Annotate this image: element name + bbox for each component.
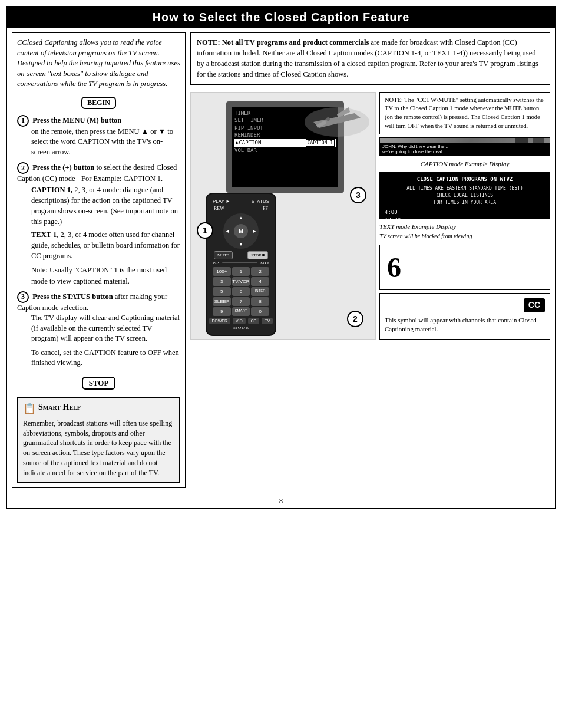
text-mode-sub3: FOR TIMES IN YOUR AREA	[385, 199, 545, 206]
stop-btn[interactable]: STOP ■	[247, 251, 268, 259]
remote-rew-ff-row: REW FF	[210, 206, 272, 211]
step-2: 2 Press the (+) button to select the des…	[17, 162, 180, 286]
btn-100plus[interactable]: 100+	[213, 267, 231, 276]
btn-2[interactable]: 2	[251, 267, 269, 276]
smart-help-icon: 📋	[23, 401, 36, 416]
nav-left-arrow: ◄	[225, 228, 230, 233]
remote-rew: REW	[214, 206, 224, 211]
step-2-title: Press the (+) button	[32, 163, 94, 172]
text-mode-panel: CLOSE CAPTION PROGRAMS ON WTVZ ALL TIMES…	[379, 172, 550, 219]
site-label: SITE	[260, 261, 269, 265]
step-1: 1 Press the MENU (M) button on the remot…	[17, 115, 180, 158]
number-grid: 100+ 1 2 3 TV/VCR 4 5 6 INTER SLEEP 7 8	[213, 267, 269, 316]
num-six: 6	[387, 251, 401, 284]
step-1-content: on the remote, then press the MENU ▲ or …	[31, 127, 180, 158]
text-mode-sub-label: TV screen will be blocked from viewing	[379, 233, 550, 239]
step-overlay-3: 3	[350, 187, 366, 203]
intro-body: Closed Captioning allows you to read the…	[17, 38, 180, 88]
note-bold: NOTE: Not all TV programs and product co…	[197, 38, 369, 47]
btn-1[interactable]: 1	[232, 267, 250, 276]
svg-point-1	[326, 117, 330, 121]
mute-stop-row: MUTE STOP ■	[210, 251, 272, 259]
page-container: How to Select the Closed Caption Feature…	[6, 6, 556, 509]
remote-ff: FF	[263, 206, 268, 211]
pip-indicator	[222, 262, 257, 263]
remote-nav-circle[interactable]: ▲ ▼ ◄ ► M	[223, 213, 259, 249]
mute-btn[interactable]: MUTE	[214, 251, 233, 259]
smart-help-box: 📋 Smart Help Remember, broadcast station…	[17, 397, 180, 483]
btn-cb[interactable]: CB	[248, 318, 260, 324]
remote-status-label: STATUS	[252, 199, 269, 204]
photo-caption-bar: JOHN: Why did they wear the... we're goi…	[380, 143, 550, 156]
begin-badge: BEGIN	[81, 97, 116, 109]
btn-9[interactable]: 9	[213, 307, 231, 316]
top-note-box: NOTE: Not all TV programs and product co…	[190, 32, 550, 85]
btn-sleep[interactable]: SLEEP	[213, 297, 231, 306]
nav-right-arrow: ►	[252, 228, 257, 233]
btn-6[interactable]: 6	[232, 287, 250, 296]
header-title: How to Select the Closed Caption Feature	[153, 11, 410, 24]
page-header: How to Select the Closed Caption Feature	[7, 7, 555, 28]
nav-down-arrow: ▼	[239, 242, 243, 247]
bottom-mode-row: POWER VID CB TV	[210, 318, 272, 324]
step-3: 3 Press the STATUS button after making y…	[17, 291, 180, 368]
step-2-circle: 2	[17, 162, 29, 174]
step-overlay-1: 1	[197, 222, 213, 239]
remote-play-status-row: PLAY ► STATUS	[210, 199, 272, 204]
menu-item-volbar: VOL BAR	[234, 147, 336, 154]
mode-label: M O D E	[210, 325, 272, 330]
right-column: NOTE: Not all TV programs and product co…	[190, 32, 550, 488]
pip-row: PIP SITE	[210, 261, 272, 265]
main-content: CClosed Captioning allows you to read th…	[7, 28, 555, 493]
caption-mode-example-label: CAPTION mode Example Display	[379, 160, 550, 167]
middle-section: TIMER SET TIMER PIP INPUT REMINDER ▶CAPT…	[190, 92, 550, 340]
btn-tv[interactable]: TV	[262, 318, 273, 324]
remote-control: PLAY ► STATUS REW FF ▲ ▼ ◄ ►	[206, 193, 276, 336]
airplane-svg	[302, 95, 372, 143]
remote-play-label: PLAY ►	[213, 199, 230, 204]
right-panels: NOTE: The "CC1 W/MUTE" setting automatic…	[379, 92, 550, 340]
step-3-circle: 3	[17, 291, 29, 303]
btn-8[interactable]: 8	[251, 297, 269, 306]
num-six-panel: 6	[379, 245, 550, 290]
btn-tvvcr[interactable]: TV/VCR	[232, 277, 250, 286]
btn-5[interactable]: 5	[213, 287, 231, 296]
smart-help-text: Remember, broadcast stations will often …	[23, 419, 174, 478]
btn-4[interactable]: 4	[251, 277, 269, 286]
smart-help-title: Smart Help	[38, 401, 81, 413]
step-3-content1: The TV display will clear and Captioning…	[31, 313, 180, 344]
caption-modes: CAPTION 1, 2, 3, or 4 mode: dialogue (an…	[31, 185, 180, 286]
menu-center-btn[interactable]: M	[234, 224, 248, 238]
step-1-title: Press the MENU (M) button	[32, 116, 121, 124]
cc-note-text: This symbol will appear with channels th…	[385, 316, 545, 334]
step-3-title: Press the STATUS button	[32, 292, 113, 301]
stop-badge: STOP	[82, 377, 116, 390]
step-3-content2: To cancel, set the CAPTION feature to OF…	[31, 348, 180, 368]
text-mode-sub2: CHECK LOCAL LISTINGS	[385, 192, 545, 199]
step-overlay-2: 2	[347, 311, 363, 327]
tv-remote-area: TIMER SET TIMER PIP INPUT REMINDER ▶CAPT…	[190, 92, 376, 340]
photo-panel: JOHN: Why did they wear the... we're goi…	[379, 137, 550, 156]
caption-note-box: NOTE: The "CC1 W/MUTE" setting automatic…	[379, 92, 550, 135]
caption-mode-caption: CAPTION 1, 2, 3, or 4 mode: dialogue (an…	[31, 185, 180, 228]
btn-3[interactable]: 3	[213, 277, 231, 286]
btn-7[interactable]: 7	[232, 297, 250, 306]
left-column: CClosed Captioning allows you to read th…	[12, 32, 186, 488]
caption-mode-text: TEXT 1, 2, 3, or 4 mode: often used for …	[31, 229, 180, 261]
btn-vid[interactable]: VID	[233, 318, 246, 324]
page-number: 8	[7, 493, 555, 508]
btn-smart[interactable]: SMART	[232, 307, 250, 316]
text-mode-example-label: TEXT mode Example Display	[379, 223, 550, 230]
cc-badge: CC	[524, 298, 545, 312]
airplane-graphic	[302, 95, 372, 145]
text-mode-sub: ALL TIMES ARE EASTERN STANDARD TIME (EST…	[385, 185, 545, 192]
btn-power[interactable]: POWER	[209, 318, 230, 324]
cc-badge-panel: CC This symbol will appear with channels…	[379, 293, 550, 339]
step-1-circle: 1	[17, 115, 29, 127]
btn-0[interactable]: 0	[251, 307, 269, 316]
nav-up-arrow: ▲	[239, 215, 243, 220]
intro-text: CClosed Captioning allows you to read th…	[17, 38, 180, 90]
caption-modes-note: Note: Usually "CAPTION" 1 is the most us…	[31, 265, 180, 286]
btn-inter[interactable]: INTER	[251, 287, 269, 296]
pip-label: PIP	[213, 261, 219, 265]
